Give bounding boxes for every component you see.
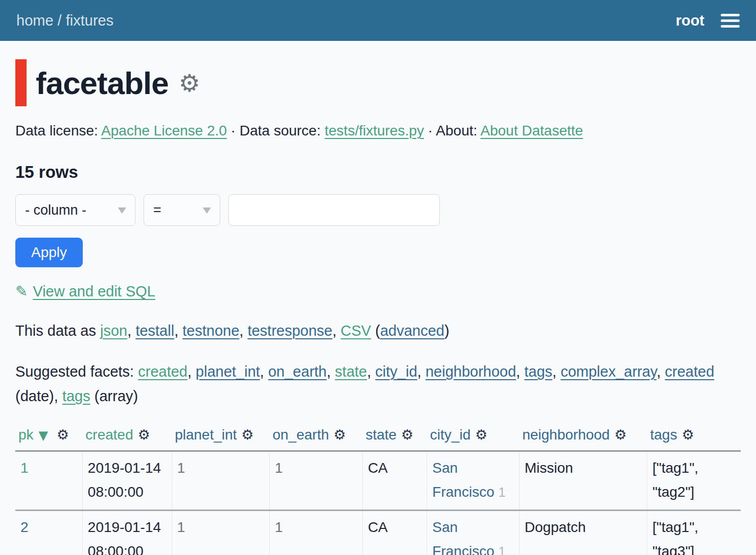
facet-link-complex-array[interactable]: complex_array [560, 363, 656, 380]
page-title: facetable [36, 65, 169, 101]
column-select-wrapper: - column - [15, 194, 135, 226]
sort-city-id-link[interactable]: city_id [430, 427, 470, 443]
separator-dot: · [428, 123, 433, 138]
license-link[interactable]: Apache License 2.0 [101, 123, 227, 138]
export-link-testnone[interactable]: testnone [182, 322, 239, 339]
column-gear-icon[interactable] [401, 427, 413, 443]
facet-link-created-date[interactable]: created [665, 363, 715, 380]
column-header-on-earth: on_earth [269, 424, 362, 451]
column-gear-icon[interactable] [334, 427, 346, 443]
rows-table: pk created planet_int on_earth state cit… [15, 424, 741, 555]
sort-neighborhood-link[interactable]: neighborhood [522, 427, 609, 443]
row-pk-link[interactable]: 2 [20, 519, 29, 535]
about-link[interactable]: About Datasette [481, 123, 583, 138]
main-content: facetable Data license: Apache License 2… [0, 41, 756, 555]
export-link-advanced[interactable]: advanced [380, 322, 444, 339]
table-header-row: pk created planet_int on_earth state cit… [15, 424, 741, 451]
pencil-icon [15, 283, 33, 299]
facet-link-tags-array[interactable]: tags [62, 388, 90, 404]
row-pk-link[interactable]: 1 [20, 460, 29, 476]
facet-link-created[interactable]: created [138, 363, 187, 380]
export-link-json[interactable]: json [100, 322, 127, 339]
facet-link-tags[interactable]: tags [524, 363, 552, 380]
export-link-csv[interactable]: CSV [341, 322, 371, 339]
column-header-tags: tags [647, 424, 741, 451]
column-gear-icon[interactable] [138, 427, 150, 443]
filter-row: - column - = [15, 194, 741, 226]
cell-state: CA [363, 510, 427, 555]
navbar: home / fixtures root [0, 0, 756, 41]
apply-button[interactable]: Apply [15, 238, 83, 267]
city-count: 1 [499, 544, 506, 555]
metadata-line: Data license: Apache License 2.0 · Data … [15, 123, 741, 139]
title-row: facetable [15, 59, 741, 106]
table-settings-gear-icon[interactable] [179, 71, 200, 95]
cell-planet-int: 1 [172, 510, 269, 555]
cell-tags: ["tag1", "tag3"] [647, 510, 741, 555]
column-header-pk: pk [15, 424, 82, 451]
city-count: 1 [499, 485, 506, 499]
column-header-state: state [363, 424, 427, 451]
facet-link-state[interactable]: state [335, 363, 367, 380]
table-row: 1 2019-01-14 08:00:00 1 1 CA San Francis… [15, 451, 741, 510]
export-link-testall[interactable]: testall [135, 322, 174, 339]
breadcrumb: home / fixtures [16, 12, 113, 29]
cell-state: CA [363, 451, 427, 510]
column-header-city-id: city_id [427, 424, 519, 451]
filter-column-select[interactable]: - column - [15, 194, 135, 226]
cell-tags: ["tag1", "tag2"] [647, 451, 741, 510]
facet-link-planet-int[interactable]: planet_int [196, 363, 260, 380]
cell-planet-int: 1 [172, 451, 269, 510]
cell-city-id: San Francisco1 [427, 510, 519, 555]
sort-planet-int-link[interactable]: planet_int [175, 427, 237, 443]
sort-tags-link[interactable]: tags [650, 427, 677, 443]
facet-suffix-date: (date), [15, 388, 58, 404]
facet-link-city-id[interactable]: city_id [375, 363, 417, 380]
breadcrumb-home-link[interactable]: home [16, 12, 54, 29]
paren-open: ( [375, 322, 381, 339]
column-gear-icon[interactable] [57, 427, 69, 443]
sort-created-link[interactable]: created [85, 427, 133, 443]
suggested-facets-line: Suggested facets: created, planet_int, o… [15, 360, 741, 409]
column-gear-icon[interactable] [242, 427, 254, 443]
view-edit-sql-link[interactable]: View and edit SQL [33, 283, 155, 299]
city-link[interactable]: San Francisco [432, 519, 494, 555]
sql-line: View and edit SQL [15, 283, 741, 300]
paren-close: ) [444, 322, 450, 339]
column-header-planet-int: planet_int [172, 424, 269, 451]
sort-pk-link[interactable]: pk [18, 427, 34, 443]
cell-neighborhood: Mission [519, 451, 647, 510]
filter-operator-select[interactable]: = [144, 194, 220, 226]
column-gear-icon[interactable] [475, 427, 487, 443]
facet-suffix-array: (array) [94, 388, 138, 404]
sort-state-link[interactable]: state [366, 427, 397, 443]
navbar-right: root [676, 12, 740, 30]
source-link[interactable]: tests/fixtures.py [325, 123, 424, 138]
title-accent-bar [15, 59, 27, 106]
export-link-testresponse[interactable]: testresponse [248, 322, 333, 339]
cell-neighborhood: Dogpatch [519, 510, 647, 555]
city-link[interactable]: San Francisco [432, 460, 494, 500]
facet-link-on-earth[interactable]: on_earth [268, 363, 327, 380]
separator-dot: · [231, 123, 235, 138]
cell-pk: 1 [15, 451, 82, 510]
cell-on-earth: 1 [269, 451, 362, 510]
column-header-neighborhood: neighborhood [519, 424, 647, 451]
table-row: 2 2019-01-14 08:00:00 1 1 CA San Francis… [15, 510, 741, 555]
cell-created: 2019-01-14 08:00:00 [82, 510, 172, 555]
column-gear-icon[interactable] [615, 427, 627, 443]
operator-select-wrapper: = [144, 194, 220, 226]
hamburger-menu-icon[interactable] [721, 12, 740, 30]
sort-desc-icon [34, 427, 52, 443]
facets-prefix: Suggested facets: [15, 363, 134, 380]
facet-link-neighborhood[interactable]: neighborhood [426, 363, 516, 380]
export-prefix: This data as [15, 322, 96, 339]
source-label: Data source: [240, 123, 321, 138]
column-gear-icon[interactable] [682, 427, 694, 443]
license-label: Data license: [15, 123, 98, 138]
sort-on-earth-link[interactable]: on_earth [272, 427, 329, 443]
breadcrumb-database-link[interactable]: fixtures [66, 12, 113, 29]
cell-pk: 2 [15, 510, 82, 555]
filter-value-input[interactable] [228, 194, 440, 226]
cell-city-id: San Francisco1 [427, 451, 519, 510]
